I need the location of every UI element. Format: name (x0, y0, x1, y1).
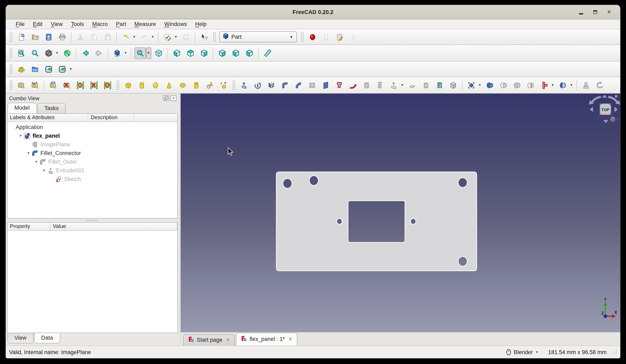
cylinder-button[interactable] (136, 79, 147, 91)
menu-macro[interactable]: Macro (88, 20, 112, 28)
refine-shape-button[interactable] (447, 79, 459, 91)
tree-expander-icon[interactable]: ▼ (26, 151, 31, 155)
fillet-button[interactable] (279, 79, 291, 91)
menu-part[interactable]: Part (112, 20, 130, 28)
thickness-button[interactable] (420, 79, 431, 91)
refresh-button[interactable] (180, 31, 192, 43)
workbench-selector[interactable]: Part▼ (219, 31, 297, 42)
toolbar-grip[interactable] (9, 80, 12, 90)
nav-cube-menu[interactable] (610, 116, 619, 122)
menu-windows[interactable]: Windows (160, 20, 191, 28)
tab-tasks[interactable]: Tasks (38, 103, 66, 113)
macro-edit-button[interactable] (334, 31, 345, 43)
fit-all-button[interactable] (15, 47, 27, 59)
tree-expander-icon[interactable]: ▼ (18, 134, 24, 138)
cut-button[interactable] (75, 31, 86, 43)
undo-dropdown-button[interactable]: ▼ (132, 31, 137, 43)
tree-item-extrude001[interactable]: ▼Extrude001 (7, 166, 177, 175)
navigation-style-selector[interactable]: Blender ▼ (506, 349, 539, 356)
boolean-cut-button[interactable] (498, 79, 509, 91)
measure-distance-button[interactable] (262, 47, 273, 59)
new-document-button[interactable] (15, 31, 27, 43)
title-bar[interactable]: FreeCAD 0.20.2 × (6, 5, 620, 19)
measure-toggle-all-button[interactable] (75, 79, 86, 91)
whats-this-button[interactable]: ? (198, 31, 210, 43)
chamfer-button[interactable] (293, 79, 304, 91)
paste-button[interactable] (102, 31, 113, 43)
view-forward-button[interactable] (93, 47, 105, 59)
sphere-button[interactable] (150, 79, 161, 91)
project-on-surface-button[interactable] (434, 79, 445, 91)
revolve-button[interactable] (252, 79, 263, 91)
menu-view[interactable]: View (47, 20, 67, 28)
offset-3d-button[interactable] (388, 79, 399, 91)
box-button[interactable] (122, 79, 134, 91)
make-sub-link-button[interactable] (56, 63, 68, 75)
column-header-labels[interactable]: Labels & Attributes (7, 114, 88, 122)
clip-plane-dropdown-button[interactable]: ▼ (54, 47, 60, 59)
view-back-button[interactable] (79, 47, 91, 59)
mirror-button[interactable] (265, 79, 277, 91)
view-rear-button[interactable] (216, 47, 228, 59)
print-button[interactable] (56, 31, 68, 43)
recompute-dropdown-button[interactable]: ▼ (173, 31, 179, 43)
column-header-value[interactable]: Value (50, 223, 177, 230)
redo-button[interactable] (138, 31, 150, 43)
union-button[interactable] (511, 79, 523, 91)
shape-builder-button[interactable] (218, 79, 229, 91)
sync-view-dropdown-button[interactable]: ▼ (146, 47, 151, 59)
tree-expander-icon[interactable]: ▼ (41, 169, 47, 172)
maximize-button[interactable] (590, 7, 600, 16)
toolbar-grip[interactable] (9, 48, 12, 58)
create-primitives-button[interactable] (204, 79, 215, 91)
3d-viewport[interactable]: TOP (181, 94, 620, 332)
document-tab-flex-panel-1-[interactable]: flex_panel : 1*✕ (236, 333, 297, 345)
measure-angular-button[interactable] (29, 79, 41, 91)
menu-edit[interactable]: Edit (29, 20, 47, 28)
recompute-button[interactable] (161, 31, 173, 43)
macro-record-button[interactable] (307, 31, 318, 43)
fit-selection-button[interactable] (29, 47, 41, 59)
view-home-dropdown-button[interactable]: ▼ (123, 47, 128, 59)
measure-toggle-3d-button[interactable] (88, 79, 100, 91)
offset-2d-button[interactable] (406, 79, 418, 91)
document-tab-start-page[interactable]: Start page✕ (183, 334, 235, 345)
tab-view[interactable]: View (7, 333, 33, 343)
tree-item-imageplane[interactable]: ImagePlane (7, 140, 177, 149)
toolbar-grip[interactable] (116, 80, 119, 90)
minimize-button[interactable] (576, 7, 587, 16)
cone-button[interactable] (163, 79, 175, 91)
tube-button[interactable] (190, 79, 202, 91)
tab-close-icon[interactable]: ✕ (288, 336, 293, 342)
save-button[interactable] (43, 31, 54, 43)
intersection-button[interactable] (525, 79, 536, 91)
offset-3d-dropdown-button[interactable]: ▼ (400, 79, 405, 91)
tree-expander-icon[interactable]: ▼ (33, 160, 39, 164)
defeaturing-button[interactable] (594, 79, 605, 91)
flex-panel-face[interactable] (276, 172, 477, 271)
create-group-button[interactable] (29, 63, 41, 75)
menu-help[interactable]: Help (191, 20, 211, 28)
menu-measure[interactable]: Measure (130, 20, 160, 28)
connect-button[interactable] (538, 79, 550, 91)
ruled-surface-button[interactable] (320, 79, 331, 91)
menu-file[interactable]: File (11, 20, 29, 28)
view-home-button[interactable] (111, 47, 123, 59)
view-left-button[interactable] (243, 47, 255, 59)
tree-item-application[interactable]: Application (7, 123, 177, 132)
box-zoom-button[interactable] (61, 47, 73, 59)
toolbar-grip[interactable] (9, 64, 12, 74)
copy-button[interactable] (88, 31, 100, 43)
loft-button[interactable] (333, 79, 345, 91)
clip-plane-button[interactable] (43, 47, 54, 59)
compound-tools-dropdown-button[interactable]: ▼ (477, 79, 482, 91)
view-axonometric-button[interactable] (153, 47, 164, 59)
close-button[interactable]: × (604, 7, 615, 16)
torus-button[interactable] (177, 79, 188, 91)
compound-tools-button[interactable] (465, 79, 477, 91)
toolbar-grip[interactable] (232, 80, 235, 90)
tree-item-fillet-connector[interactable]: ▼Fillet_Connector (7, 149, 177, 157)
toolbar-grip[interactable] (213, 32, 216, 42)
create-part-button[interactable] (15, 63, 27, 75)
measure-linear-button[interactable] (15, 79, 27, 91)
